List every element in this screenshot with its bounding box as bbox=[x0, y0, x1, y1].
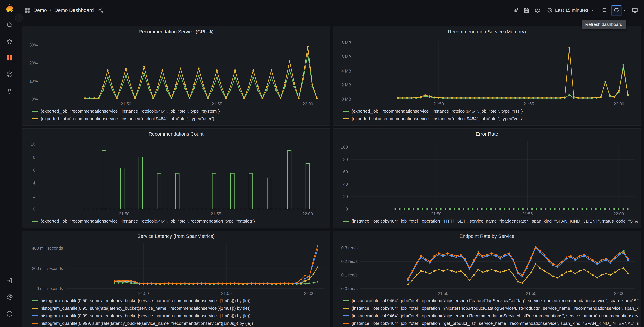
svg-text:80: 80 bbox=[343, 157, 348, 162]
panel-title[interactable]: Service Latency (from SpanMetrics) bbox=[24, 232, 328, 241]
svg-text:21:55: 21:55 bbox=[526, 291, 536, 296]
save-dashboard-icon bbox=[524, 7, 530, 13]
sidebar-item-explore[interactable] bbox=[6, 70, 14, 78]
legend-item[interactable]: {instance="otelcol:9464", job="otel", op… bbox=[343, 312, 638, 320]
error-rate-legend: {instance="otelcol:9464", job="otel", op… bbox=[336, 217, 638, 225]
zoom-out-icon bbox=[602, 7, 608, 13]
legend-label: histogram_quantile(0.99, sum(rate(latenc… bbox=[41, 313, 250, 318]
endpoint-rate-chart[interactable]: 21:5021:5522:000.0 req/s0.1 req/s0.2 req… bbox=[336, 241, 638, 296]
share-icon[interactable] bbox=[98, 7, 104, 13]
legend-label: {exported_job="recommendationservice", i… bbox=[41, 108, 220, 114]
svg-text:21:55: 21:55 bbox=[211, 212, 221, 216]
legend-item[interactable]: {instance="otelcol:9464", job="otel", op… bbox=[343, 218, 638, 225]
sidebar-expand-button[interactable] bbox=[15, 14, 23, 22]
panel-title[interactable]: Recommendation Service (CPU%) bbox=[24, 28, 328, 36]
panel-title[interactable]: Error Rate bbox=[336, 130, 638, 138]
panel-title[interactable]: Endpoint Rate by Service bbox=[336, 232, 638, 241]
sidebar-item-dashboards[interactable] bbox=[6, 54, 14, 62]
kiosk-mode-button[interactable] bbox=[631, 6, 639, 14]
service-latency-chart[interactable]: 21:5021:5522:000 milliseconds200 millise… bbox=[24, 241, 328, 296]
legend-label: {instance="otelcol:9464", job="otel", op… bbox=[352, 321, 638, 326]
legend-item[interactable]: {exported_job="recommendationservice", i… bbox=[32, 218, 328, 225]
legend-item[interactable]: histogram_quantile(0.99, sum(rate(latenc… bbox=[32, 312, 328, 320]
legend-item[interactable]: {exported_job="recommendationservice", i… bbox=[32, 108, 328, 115]
cpu-chart[interactable]: 21:5021:5522:000%10%20%30% bbox=[24, 36, 328, 107]
svg-text:60: 60 bbox=[343, 170, 348, 174]
svg-text:0 milliseconds: 0 milliseconds bbox=[36, 286, 63, 291]
svg-text:21:50: 21:50 bbox=[138, 291, 149, 296]
memory-chart[interactable]: 21:5021:5522:000 MB2 MB4 MB6 MB8 MB bbox=[336, 36, 638, 107]
refresh-button[interactable] bbox=[612, 5, 621, 15]
add-panel-button[interactable] bbox=[512, 6, 520, 14]
svg-text:30%: 30% bbox=[30, 43, 38, 47]
recommendations-count-legend: {exported_job="recommendationservice", i… bbox=[24, 217, 328, 225]
svg-text:10%: 10% bbox=[30, 79, 38, 84]
service-latency-legend: histogram_quantile(0.50, sum(rate(latenc… bbox=[24, 296, 328, 327]
kiosk-tv-icon bbox=[632, 7, 638, 13]
legend-item[interactable]: {exported_job="recommendationservice", i… bbox=[32, 115, 328, 122]
svg-text:0.3 req/s: 0.3 req/s bbox=[341, 246, 358, 250]
refresh-button-group bbox=[612, 5, 628, 15]
svg-text:?: ? bbox=[8, 312, 10, 316]
legend-item[interactable]: histogram_quantile(0.95, sum(rate(latenc… bbox=[32, 304, 328, 312]
refresh-interval-caret-button[interactable] bbox=[621, 6, 628, 14]
svg-text:0: 0 bbox=[346, 207, 348, 211]
legend-item[interactable]: {exported_job="recommendationservice", i… bbox=[343, 108, 638, 115]
legend-swatch-icon bbox=[343, 118, 349, 119]
svg-text:4 MB: 4 MB bbox=[342, 69, 351, 73]
svg-text:20: 20 bbox=[343, 194, 348, 199]
legend-item[interactable]: {instance="otelcol:9464", job="otel", op… bbox=[343, 320, 638, 327]
sidebar-item-search[interactable] bbox=[6, 21, 14, 29]
legend-item[interactable]: histogram_quantile(0.999, sum(rate(laten… bbox=[32, 320, 328, 327]
svg-text:21:55: 21:55 bbox=[212, 102, 222, 106]
svg-text:22:00: 22:00 bbox=[304, 291, 314, 296]
legend-item[interactable]: histogram_quantile(0.50, sum(rate(latenc… bbox=[32, 297, 328, 304]
svg-text:21:55: 21:55 bbox=[524, 102, 534, 106]
legend-swatch-icon bbox=[343, 220, 349, 222]
svg-text:6 MB: 6 MB bbox=[342, 54, 351, 59]
legend-label: {exported_job="recommendationservice", i… bbox=[41, 218, 255, 224]
legend-label: {instance="otelcol:9464", job="otel", op… bbox=[352, 306, 638, 311]
sidebar-item-help[interactable]: ? bbox=[6, 310, 14, 318]
svg-text:100: 100 bbox=[341, 145, 348, 150]
svg-text:0: 0 bbox=[33, 207, 35, 211]
grafana-logo[interactable] bbox=[4, 3, 15, 14]
panel-title[interactable]: Recommendation Service (Memory) bbox=[336, 28, 638, 36]
breadcrumb-dashboard-title[interactable]: Demo Dashboard bbox=[54, 8, 94, 13]
svg-text:21:55: 21:55 bbox=[522, 212, 533, 216]
sidebar-item-alerting[interactable] bbox=[6, 87, 14, 95]
legend-item[interactable]: {exported_job="recommendationservice", i… bbox=[343, 115, 638, 122]
legend-label: {instance="otelcol:9464", job="otel", op… bbox=[352, 313, 638, 318]
svg-text:0 MB: 0 MB bbox=[342, 97, 351, 102]
dashboard-settings-button[interactable] bbox=[533, 6, 541, 14]
svg-text:2: 2 bbox=[33, 194, 35, 198]
legend-label: {exported_job="recommendationservice", i… bbox=[41, 116, 214, 121]
legend-item[interactable]: {instance="otelcol:9464", job="otel", op… bbox=[343, 304, 638, 312]
search-icon bbox=[6, 22, 13, 28]
memory-legend: {exported_job="recommendationservice", i… bbox=[336, 107, 638, 122]
legend-swatch-icon bbox=[32, 315, 38, 316]
panel-service-latency: Service Latency (from SpanMetrics) 21:50… bbox=[22, 231, 330, 327]
legend-item[interactable]: {instance="otelcol:9464", job="otel", op… bbox=[343, 297, 638, 304]
sidebar-item-settings[interactable] bbox=[6, 294, 14, 301]
save-dashboard-button[interactable] bbox=[522, 6, 530, 14]
panel-title[interactable]: Recommendations Count bbox=[24, 130, 328, 138]
legend-swatch-icon bbox=[32, 323, 38, 324]
legend-label: histogram_quantile(0.50, sum(rate(latenc… bbox=[41, 298, 250, 303]
svg-text:200 milliseconds: 200 milliseconds bbox=[32, 266, 63, 271]
svg-text:21:50: 21:50 bbox=[121, 102, 131, 106]
panel-recommendations-count: Recommendations Count 21:5021:5522:00024… bbox=[22, 128, 330, 228]
legend-swatch-icon bbox=[343, 323, 349, 324]
zoom-out-button[interactable] bbox=[601, 6, 609, 14]
breadcrumb-folder[interactable]: Demo bbox=[34, 8, 47, 13]
refresh-icon bbox=[614, 8, 619, 13]
chevron-right-icon bbox=[17, 16, 21, 20]
sidebar-item-signin[interactable] bbox=[6, 277, 14, 285]
recommendations-count-chart[interactable]: 21:5021:5522:000246810 bbox=[24, 138, 328, 217]
legend-swatch-icon bbox=[343, 308, 349, 309]
sidebar-item-starred[interactable] bbox=[6, 38, 14, 45]
time-range-picker[interactable]: Last 15 minutes bbox=[544, 5, 598, 15]
svg-text:21:50: 21:50 bbox=[438, 291, 448, 296]
clock-icon bbox=[547, 8, 553, 13]
error-rate-chart[interactable]: 21:5021:5522:00020406080100 bbox=[336, 138, 638, 217]
